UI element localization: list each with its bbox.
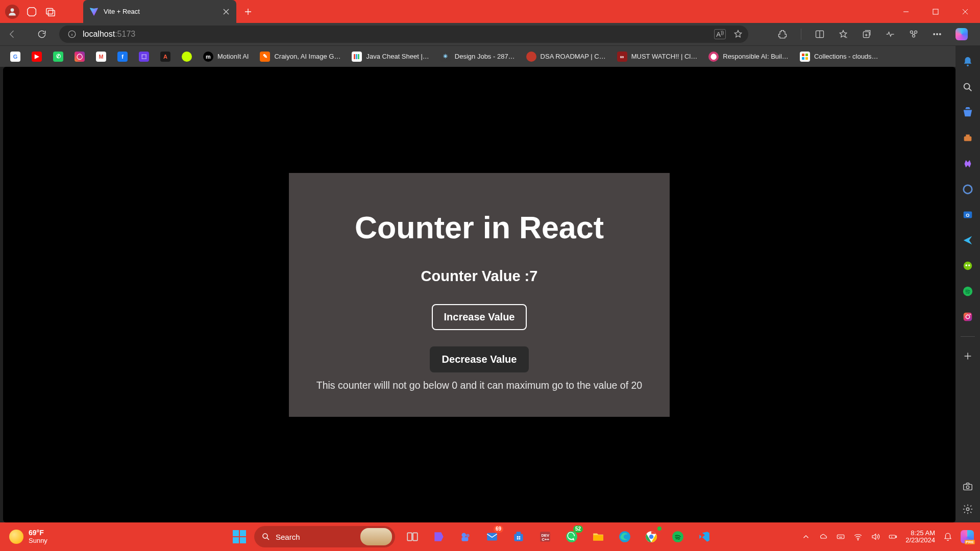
games-icon[interactable] (962, 158, 974, 170)
svg-point-44 (461, 533, 466, 537)
performance-icon[interactable] (909, 29, 919, 39)
bookmark-design[interactable]: ✳Design Jobs - 287… (437, 49, 518, 64)
mail-icon[interactable]: 69 (483, 528, 501, 546)
copilot-icon[interactable] (955, 28, 968, 40)
active-tab[interactable]: Vite + React (83, 0, 236, 23)
bookmark-motionit[interactable]: mMotionIt AI (200, 49, 252, 64)
devcpp-icon[interactable]: DEVC++ (536, 528, 554, 546)
date: 2/23/2024 (905, 537, 935, 544)
keyboard-icon[interactable] (836, 532, 845, 541)
whatsapp-task-icon[interactable]: 52 (562, 528, 581, 546)
task-view-icon[interactable] (403, 528, 422, 546)
search-icon[interactable] (962, 81, 974, 93)
chevron-up-icon[interactable] (801, 532, 811, 541)
explorer-icon[interactable] (589, 528, 607, 546)
svg-rect-53 (519, 538, 521, 540)
favorites-icon[interactable] (838, 29, 848, 39)
bookmark-gmail[interactable]: M (93, 49, 109, 64)
vscode-icon[interactable] (695, 528, 714, 546)
taskbar-search[interactable]: Search (254, 526, 395, 547)
person-icon (7, 7, 17, 17)
minimize-button[interactable] (891, 0, 921, 23)
new-tab-button[interactable] (241, 5, 255, 18)
titlebar: Vite + React (0, 0, 980, 23)
health-icon[interactable] (885, 29, 895, 39)
read-aloud-icon[interactable]: A)) (714, 29, 726, 39)
weather-widget[interactable]: 69°F Sunny (0, 529, 47, 544)
spotify-sidebar-icon[interactable] (962, 285, 974, 297)
bookmark-purple[interactable]: ⬚ (136, 49, 152, 64)
bookmark-dot[interactable] (179, 49, 195, 64)
office-icon[interactable] (962, 183, 974, 195)
notifications-icon[interactable] (962, 56, 974, 68)
bookmark-label: Design Jobs - 287… (455, 53, 515, 60)
clipchamp-icon[interactable] (430, 528, 448, 546)
onedrive-icon[interactable] (819, 532, 828, 541)
bookmark-collections[interactable]: Collections - clouds… (797, 49, 881, 64)
split-screen-icon[interactable] (815, 29, 825, 39)
site-info-icon[interactable] (67, 30, 77, 39)
chrome-icon[interactable] (642, 528, 660, 546)
address-bar[interactable]: localhost:5173 A)) (59, 26, 748, 43)
store-icon[interactable] (509, 528, 528, 546)
spotify-task-icon[interactable] (669, 528, 687, 546)
outlook-icon[interactable]: O (962, 209, 974, 221)
bookmark-facebook[interactable]: f (114, 49, 131, 64)
decrease-button[interactable]: Decrease Value (430, 346, 529, 372)
instagram-sidebar-icon[interactable] (962, 311, 974, 323)
increase-button[interactable]: Increase Value (432, 304, 527, 330)
workspaces-icon[interactable] (27, 6, 38, 17)
shopping-icon[interactable] (962, 107, 974, 119)
extensions-icon[interactable] (777, 29, 788, 39)
svg-rect-23 (966, 135, 969, 137)
profile-button[interactable] (5, 5, 19, 19)
svg-point-45 (466, 534, 470, 538)
wifi-icon[interactable] (853, 532, 863, 541)
url-text: localhost:5173 (83, 30, 135, 39)
dot-icon (182, 52, 192, 62)
add-sidebar-icon[interactable] (962, 350, 974, 362)
tools-icon[interactable] (962, 132, 974, 144)
bookmark-craiyon[interactable]: ✎Craiyon, AI Image G… (257, 49, 344, 64)
bookmark-instagram[interactable]: ◯ (71, 49, 88, 64)
settings-icon[interactable] (962, 503, 974, 515)
send-icon[interactable] (962, 234, 974, 246)
close-window-button[interactable] (950, 0, 980, 23)
start-button[interactable] (230, 527, 249, 546)
clock[interactable]: 8:25 AM 2/23/2024 (905, 530, 935, 544)
svg-point-21 (964, 84, 970, 89)
bookmark-youtube[interactable]: ▶ (29, 49, 45, 64)
svg-rect-19 (805, 57, 808, 60)
duo-icon[interactable] (962, 260, 974, 272)
collections-icon[interactable] (862, 29, 872, 39)
battery-icon[interactable] (888, 532, 897, 541)
bookmark-google[interactable]: G (7, 49, 23, 64)
bookmark-a[interactable]: A (157, 49, 174, 64)
back-icon[interactable] (7, 29, 17, 39)
windows-taskbar: 69°F Sunny Search 69 DEVC++ 52 (0, 522, 980, 551)
bookmark-label: Java Cheat Sheet |… (366, 53, 429, 60)
bookmark-java[interactable]: Java Cheat Sheet |… (349, 49, 432, 64)
teams-icon[interactable] (456, 528, 475, 546)
more-icon[interactable] (932, 29, 942, 39)
bookmark-must[interactable]: ∞MUST WATCH!! | Cl… (614, 49, 701, 64)
volume-icon[interactable] (871, 532, 880, 541)
svg-rect-52 (517, 538, 519, 540)
refresh-icon[interactable] (37, 29, 47, 39)
svg-rect-66 (896, 536, 897, 538)
screenshot-icon[interactable] (962, 481, 974, 493)
svg-point-12 (940, 34, 941, 35)
bell-icon[interactable] (943, 532, 952, 541)
svg-rect-16 (802, 54, 804, 56)
copilot-pre-icon[interactable]: PRE (961, 530, 974, 543)
chrome-badge (657, 527, 662, 531)
favorite-star-icon[interactable] (733, 29, 743, 39)
edge-icon[interactable] (616, 528, 634, 546)
bookmark-whatsapp[interactable]: ✆ (50, 49, 66, 64)
close-tab-icon[interactable] (222, 8, 230, 16)
svg-rect-46 (461, 537, 468, 541)
bookmark-dsa[interactable]: DSA ROADMAP | C… (523, 49, 609, 64)
maximize-button[interactable] (921, 0, 950, 23)
bookmark-responsible[interactable]: ⬤Responsible AI: Buil… (705, 49, 792, 64)
tab-actions-icon[interactable] (45, 6, 56, 17)
